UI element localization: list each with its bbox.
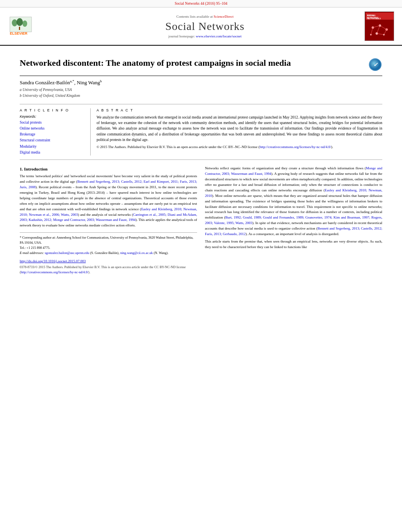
elsevier-logo: ELSEVIER: [8, 15, 43, 37]
author-names: Sandra González-Bailóna,*, Ning Wangb: [20, 79, 382, 86]
footnote-tel: Tel.: +1 215 898 4775.: [20, 245, 197, 250]
section1-para1: The terms 'networked politics' and 'netw…: [20, 174, 197, 228]
body-right-col: Networks reflect organic forms of organi…: [205, 166, 382, 275]
homepage-url[interactable]: www.elsevier.com/locate/socnet: [196, 34, 242, 38]
affiliation-a: a University of Pennsylvania, USA: [20, 87, 382, 93]
keyword-5[interactable]: Modularity: [20, 144, 84, 150]
journal-cover-image: SOCIAL NETWORKS: [365, 11, 394, 41]
article-info-col: A R T I C L E I N F O Keywords: Social p…: [20, 108, 91, 156]
journal-homepage: journal homepage: www.elsevier.com/locat…: [55, 34, 355, 38]
svg-text:SOCIAL: SOCIAL: [367, 14, 374, 17]
body-left-col: 1. Introduction The terms 'networked pol…: [20, 166, 197, 275]
journal-top-bar: Social Networks 44 (2016) 95–104: [0, 0, 402, 7]
affiliation-b: b University of Oxford, United Kingdom: [20, 93, 382, 98]
svg-point-3: [22, 20, 27, 27]
crossmark-badge[interactable]: ✓: [368, 57, 382, 72]
info-abstract-row: A R T I C L E I N F O Keywords: Social p…: [20, 104, 382, 160]
keyword-6[interactable]: Digital media: [20, 150, 84, 156]
journal-title: Social Networks: [55, 20, 355, 33]
section1-para-right2: This article starts from the premise tha…: [205, 239, 382, 250]
doi-line[interactable]: http://dx.doi.org/10.1016/j.socnet.2015.…: [20, 259, 197, 263]
doi-link[interactable]: http://dx.doi.org/10.1016/j.socnet.2015.…: [20, 259, 86, 263]
affil-a-text: a University of Pennsylvania, USA: [20, 87, 72, 93]
journal-citation: Social Networks 44 (2016) 95–104: [175, 2, 227, 6]
ref-bennett-segerberg[interactable]: Bennett and Segerberg, 2013; Castells, 2…: [20, 180, 197, 189]
keyword-2[interactable]: Online networks: [20, 126, 84, 132]
svg-text:✓: ✓: [373, 62, 378, 68]
crossmark-icon: ✓: [369, 58, 382, 71]
cc-license-link[interactable]: http://creativecommons.org/licenses/by-n…: [260, 145, 331, 149]
contents-text: Contents lists available at: [177, 15, 213, 19]
article-title-section: Networked discontent: The anatomy of pro…: [20, 52, 382, 76]
email1-link[interactable]: sgonzalez.bailon@asc.upenn.edu: [45, 251, 89, 255]
svg-point-2: [17, 18, 23, 26]
keywords-label: Keywords:: [20, 115, 84, 119]
ref-monge-contractor[interactable]: Monge and Contractor, 2003; Wasserman an…: [205, 166, 382, 176]
footnote-star: * Corresponding author at: Annenberg Sch…: [20, 235, 197, 245]
footer-license-link[interactable]: http://creativecommons.org/licenses/by-n…: [21, 270, 88, 274]
affil-b-text: b University of Oxford, United Kingdom: [20, 93, 80, 98]
abstract-text: We analyze the communication network tha…: [97, 115, 382, 143]
author2-affil: b: [100, 79, 102, 83]
author2-name: Ning Wang: [77, 80, 100, 85]
sciencedirect-link[interactable]: ScienceDirect: [214, 15, 233, 19]
section1-number: 1.: [20, 167, 23, 171]
keyword-1[interactable]: Social protests: [20, 120, 84, 126]
abstract-copyright: © 2015 The Authors. Published by Elsevie…: [97, 145, 382, 150]
article-content: Networked discontent: The anatomy of pro…: [0, 46, 402, 281]
svg-rect-7: [366, 13, 394, 20]
journal-header: ELSEVIER Contents lists available at Sci…: [0, 7, 402, 46]
article-info-heading: A R T I C L E I N F O: [20, 108, 84, 112]
footnote-email: E-mail addresses: sgonzalez.bailon@asc.u…: [20, 250, 197, 256]
ref-easley-newman[interactable]: Easley and Kleinberg, 2010; Newman, 2010: [205, 188, 382, 198]
section1-para-right1: Networks reflect organic forms of organi…: [205, 166, 382, 237]
ref-bennett-castells[interactable]: Bennett and Segerberg, 2013; Castells, 2…: [205, 226, 382, 236]
svg-text:NETWORKS: NETWORKS: [367, 17, 379, 19]
svg-point-1: [12, 19, 17, 26]
keyword-4[interactable]: Structural constraint: [20, 137, 84, 143]
abstract-heading: A B S T R A C T: [97, 108, 382, 112]
journal-header-center: Contents lists available at ScienceDirec…: [55, 15, 355, 38]
author1-name: Sandra González-Bailón: [20, 80, 70, 85]
elsevier-logo-area: ELSEVIER: [8, 15, 55, 37]
journal-cover-area: SOCIAL NETWORKS: [355, 11, 394, 41]
affiliations: a University of Pennsylvania, USA b Univ…: [20, 87, 382, 98]
abstract-col: A B S T R A C T We analyze the communica…: [91, 108, 382, 156]
homepage-label: journal homepage:: [168, 34, 195, 38]
footnote-section: * Corresponding author at: Annenberg Sch…: [20, 232, 197, 255]
svg-rect-4: [19, 27, 20, 30]
section1-title: 1. Introduction: [20, 167, 197, 171]
article-title: Networked discontent: The anatomy of pro…: [20, 57, 364, 69]
contents-available-line: Contents lists available at ScienceDirec…: [55, 15, 355, 19]
author1-affil: a,*: [70, 79, 74, 83]
footer-copyright: 0378-8733/© 2015 The Authors. Published …: [20, 265, 197, 275]
email2-link[interactable]: ning.wang@cii.ox.ac.uk: [120, 251, 153, 255]
svg-text:ELSEVIER: ELSEVIER: [10, 32, 28, 35]
ref-burt-gould[interactable]: Burt, 1992; Gould, 1989; Gould and Ferna…: [205, 215, 382, 225]
authors-section: Sandra González-Bailóna,*, Ning Wangb a …: [20, 76, 382, 100]
article-body: 1. Introduction The terms 'networked pol…: [20, 166, 382, 275]
keyword-3[interactable]: Brokerage: [20, 132, 84, 137]
page-container: Social Networks 44 (2016) 95–104 ELSEVIE…: [0, 0, 402, 281]
section1-title-text: Introduction: [24, 167, 48, 171]
